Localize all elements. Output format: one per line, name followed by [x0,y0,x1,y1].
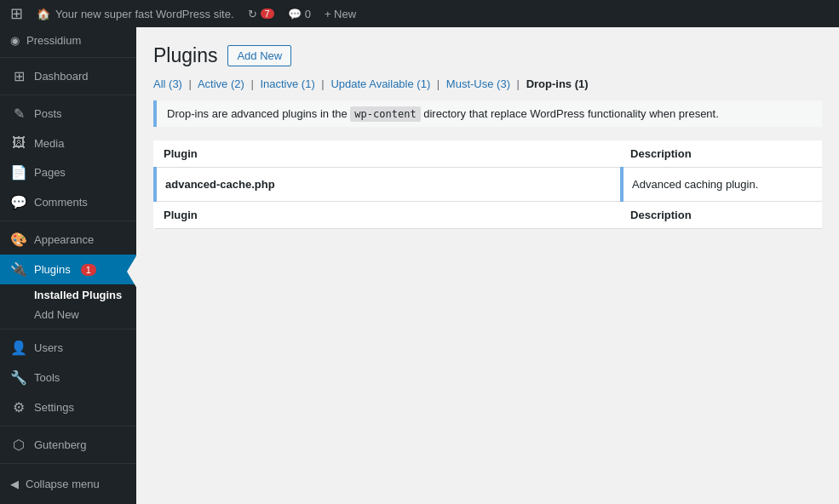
plugin-description-cell: Advanced caching plugin. [622,168,822,202]
installed-plugins-label: Installed Plugins [34,289,122,301]
updates-link[interactable]: ↻ 7 [248,8,274,20]
table-header-row: Plugin Description [155,140,822,168]
posts-icon: ✎ [10,106,27,122]
separator-2: | [250,77,253,90]
column-description-header: Description [622,140,822,168]
sidebar-item-installed-plugins[interactable]: Installed Plugins [0,284,136,306]
filter-links: All (3) | Active (2) | Inactive (1) | Up… [153,77,822,90]
media-icon: 🖼 [10,135,27,151]
separator-4: | [437,77,440,90]
notice-code: wp-content [350,106,420,122]
filter-update-available[interactable]: Update Available (1) [330,77,430,90]
plugin-name: advanced-cache.php [165,178,275,191]
table-footer-row: Plugin Description [155,202,822,229]
sidebar-posts-label: Posts [34,107,62,120]
filter-inactive[interactable]: Inactive (1) [260,77,314,90]
main-content: Plugins Add New All (3) | Active (2) | I… [136,27,839,504]
sidebar-item-appearance[interactable]: 🎨 Appearance [0,225,136,255]
users-icon: 👤 [10,340,27,356]
sidebar-users-label: Users [34,341,63,354]
new-content-button[interactable]: + New [325,8,356,20]
add-new-button[interactable]: Add New [227,45,291,66]
column-plugin-footer: Plugin [155,202,622,229]
filter-active[interactable]: Active (2) [198,77,244,90]
sidebar-item-gutenberg[interactable]: ⬡ Gutenberg [0,430,136,460]
sidebar-item-plugins[interactable]: 🔌 Plugins 1 [0,255,136,284]
sidebar-appearance-label: Appearance [34,233,94,246]
updates-count: 7 [261,9,274,19]
top-bar: ⊞ 🏠 Your new super fast WordPress site. … [0,0,839,27]
column-plugin-header: Plugin [155,140,622,168]
new-label: + New [325,8,356,20]
sidebar-pages-label: Pages [34,166,66,179]
plugin-name-cell: advanced-cache.php [155,168,622,202]
site-home-icon: 🏠 [37,8,50,20]
sidebar-dashboard-label: Dashboard [34,70,89,83]
sidebar-item-tools[interactable]: 🔧 Tools [0,363,136,392]
page-title-row: Plugins Add New [153,44,822,67]
separator-3: | [321,77,324,90]
filter-must-use[interactable]: Must-Use (3) [446,77,510,90]
comments-link[interactable]: 💬 0 [288,8,311,20]
wp-logo-icon[interactable]: ⊞ [10,4,23,23]
sidebar: ◉ Pressidium ⊞ Dashboard ✎ Posts 🖼 Media… [0,27,136,504]
sidebar-item-media[interactable]: 🖼 Media [0,129,136,158]
pressidium-icon: ◉ [10,34,20,47]
comments-sidebar-icon: 💬 [10,194,27,210]
pages-icon: 📄 [10,164,27,180]
add-new-sidebar-label: Add New [34,308,79,321]
plugins-table: Plugin Description advanced-cache.php Ad… [153,140,822,229]
plugins-icon: 🔌 [10,261,27,278]
sidebar-plugins-label: Plugins [34,263,71,276]
notice-text-before: Drop-ins are advanced plugins in the [167,107,350,120]
sidebar-item-comments[interactable]: 💬 Comments [0,187,136,217]
dashboard-icon: ⊞ [10,68,27,84]
sidebar-item-dashboard[interactable]: ⊞ Dashboard [0,61,136,91]
pressidium-label: Pressidium [26,34,81,47]
site-name: Your new super fast WordPress site. [55,8,234,20]
table-row: advanced-cache.php Advanced caching plug… [155,168,822,202]
collapse-icon: ◀ [10,478,19,490]
sidebar-media-label: Media [34,137,64,150]
filter-dropins: Drop-ins (1) [526,77,589,90]
notice-text-after: directory that replace WordPress functio… [421,107,719,120]
sidebar-item-pressidium[interactable]: ◉ Pressidium [0,27,136,54]
sidebar-item-users[interactable]: 👤 Users [0,333,136,363]
sidebar-settings-label: Settings [34,401,74,414]
comments-count: 0 [305,8,311,20]
tools-icon: 🔧 [10,369,27,386]
filter-all[interactable]: All (3) [153,77,182,90]
plugin-description: Advanced caching plugin. [632,178,758,191]
site-link[interactable]: 🏠 Your new super fast WordPress site. [37,8,234,20]
separator-5: | [517,77,520,90]
page-title: Plugins [153,44,217,67]
comments-icon: 💬 [288,8,302,20]
sidebar-item-add-new[interactable]: Add New [0,306,136,325]
plugins-badge: 1 [81,264,96,276]
settings-icon: ⚙ [10,399,27,415]
column-description-footer: Description [622,202,822,229]
collapse-menu-button[interactable]: ◀ Collapse menu [0,471,136,497]
sidebar-gutenberg-label: Gutenberg [34,438,86,451]
main-layout: ◉ Pressidium ⊞ Dashboard ✎ Posts 🖼 Media… [0,27,839,504]
gutenberg-icon: ⬡ [10,437,27,453]
updates-icon: ↻ [248,8,257,20]
collapse-label: Collapse menu [26,478,100,490]
appearance-icon: 🎨 [10,232,27,248]
sidebar-item-settings[interactable]: ⚙ Settings [0,392,136,422]
sidebar-tools-label: Tools [34,371,60,384]
notice-box: Drop-ins are advanced plugins in the wp-… [153,100,822,127]
sidebar-item-posts[interactable]: ✎ Posts [0,99,136,129]
sidebar-comments-label: Comments [34,196,88,209]
separator-1: | [189,77,192,90]
sidebar-item-pages[interactable]: 📄 Pages [0,158,136,187]
